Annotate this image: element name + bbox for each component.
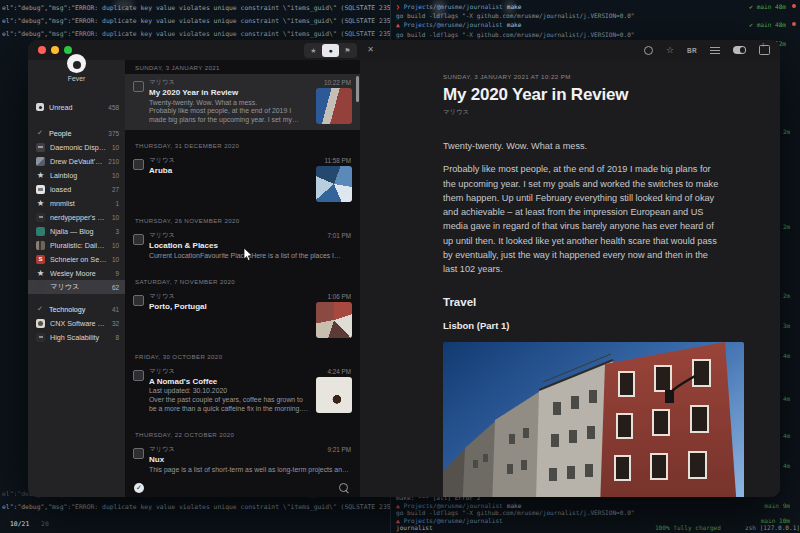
- desktop: el":"debug","msg":"ERROR: duplicate key …: [0, 0, 800, 533]
- prompt-icon: ▲: [396, 20, 400, 29]
- terminal-log-line: el":"debug","msg":"ERROR: duplicate key …: [2, 501, 390, 514]
- window-body: Fever Unread 458 ✓ People 375: [28, 60, 780, 497]
- article-row-my-2020-year-in-review[interactable]: マリウス My 2020 Year in Review Twenty-twent…: [125, 74, 360, 130]
- star-favicon-icon: ★: [36, 171, 45, 180]
- starred-filter-button[interactable]: ★: [305, 44, 322, 57]
- feed-favicon: [36, 227, 45, 236]
- thumbnail-porto: [316, 302, 352, 338]
- read-checkbox[interactable]: [133, 234, 144, 245]
- app-name: Fever: [28, 75, 125, 82]
- sidebar-item-loased[interactable]: loased 27: [28, 182, 125, 196]
- read-checkbox[interactable]: [133, 81, 144, 92]
- sidebar-item-unread[interactable]: Unread 458: [28, 100, 125, 114]
- sidebar: Fever Unread 458 ✓ People 375: [28, 60, 125, 497]
- read-checkbox[interactable]: [133, 159, 144, 170]
- read-checkbox[interactable]: [133, 370, 144, 381]
- sidebar-item-pluralistic[interactable]: Pluralistic: Daily links… 10: [28, 238, 125, 252]
- filter-segmented-control: ★ ● ⚑: [304, 43, 357, 58]
- sidebar-item-drew-devaults-blog[interactable]: Drew DeVault's blog 210: [28, 154, 125, 168]
- sidebar-section-people[interactable]: ✓ People 375: [28, 126, 125, 140]
- fever-logo-icon: [67, 54, 86, 73]
- terminal-log-top: el":"debug","msg":"ERROR: duplicate key …: [2, 2, 390, 41]
- date-header: THURSDAY, 22 OCTOBER 2020: [135, 431, 352, 438]
- article-subheading-lisbon: Lisbon (Part 1): [443, 320, 744, 331]
- section-mark-icon: ✓: [36, 129, 44, 138]
- sidebar-item-njalla-blog[interactable]: Njalla — Blog 3: [28, 224, 125, 238]
- terminal-output-line: go build -ldflags "-X github.com/mrusme/…: [396, 30, 796, 39]
- sidebar-item-mnmlist[interactable]: ★ mnmlist 1: [28, 196, 125, 210]
- thumbnail-lisbon: [316, 88, 352, 124]
- light-smear: [115, 0, 133, 8]
- share-icon[interactable]: ↑: [759, 45, 770, 55]
- unread-icon: [36, 103, 44, 111]
- terminal-cmd-line: ▲ Projects/@mrusme/journalist make main …: [396, 502, 800, 510]
- unread-filter-button[interactable]: ●: [322, 44, 339, 57]
- zoom-traffic-light[interactable]: [64, 46, 72, 54]
- star-favicon-icon: ★: [36, 199, 45, 208]
- battery-status: 100% fully charged: [655, 524, 731, 532]
- dot-icon: ●: [328, 47, 332, 54]
- terminal-running-line: journalist 100% fully charged zsh [127.0…: [396, 524, 800, 532]
- sidebar-item-wesley-moore[interactable]: ★ Wesley Moore 9: [28, 266, 125, 280]
- prompt-icon: ▲: [396, 502, 400, 510]
- sidebar-item-lainblog[interactable]: ★ Lainblog 10: [28, 168, 125, 182]
- prompt-icon: ▲: [396, 517, 400, 525]
- article-photo-lisbon: [443, 342, 744, 497]
- sidebar-item-high-scalability[interactable]: High Scalability 8: [28, 330, 125, 344]
- mark-all-read-icon[interactable]: ✓: [134, 483, 144, 493]
- feed-favicon: [36, 241, 45, 250]
- tmux-window-index: 10/21: [10, 520, 29, 528]
- thumbnail-aruba: [316, 166, 352, 202]
- sidebar-section-technology[interactable]: ✓ Technology 41: [28, 302, 125, 316]
- section-mark-icon: ✓: [36, 305, 44, 314]
- close-icon: ✕: [367, 45, 374, 54]
- reading-pane: SUNDAY, 3 JANUARY 2021 AT 10:22 PM My 20…: [360, 60, 780, 497]
- window-titlebar: ★ ● ⚑ ✕ ☆ BR ↑: [28, 40, 780, 60]
- sidebar-item-schneier-on-security[interactable]: S Schneier on Security 10: [28, 252, 125, 266]
- theme-toggle-icon[interactable]: [733, 46, 746, 54]
- article-row-a-nomads-coffee[interactable]: マリウス A Nomad's Coffee Last updated: 30.1…: [125, 363, 360, 419]
- read-checkbox[interactable]: [133, 295, 144, 306]
- search-icon[interactable]: [339, 483, 348, 492]
- list-scrollbar[interactable]: [356, 76, 359, 102]
- open-in-browser-icon[interactable]: BR: [687, 47, 697, 54]
- date-header: FRIDAY, 30 OCTOBER 2020: [135, 353, 352, 360]
- date-header: THURSDAY, 26 NOVEMBER 2020: [135, 217, 352, 224]
- star-favicon-icon: ★: [36, 269, 45, 278]
- terminal-cmd-line: ▲ Projects/@mrusme/journalist make ✔ mai…: [396, 20, 796, 29]
- terminal-output-line: go build -ldflags "-X github.com/mrusme/…: [396, 11, 796, 20]
- article-row-aruba[interactable]: マリウス Aruba 11:58 PM: [125, 152, 360, 205]
- terminal-build-pane-bottom: make: *** [all] Error 2 ▲ Projects/@mrus…: [396, 494, 800, 532]
- feed-favicon: [36, 319, 45, 328]
- sidebar-item-cnx-software[interactable]: CNX Software – Emb… 32: [28, 316, 125, 330]
- article-dateline: SUNDAY, 3 JANUARY 2021 AT 10:22 PM: [443, 73, 744, 80]
- terminal-red-dot: [792, 22, 796, 26]
- article-row-porto-portugal[interactable]: マリウス Porto, Portugal 1:06 PM: [125, 288, 360, 341]
- mouse-cursor: [243, 248, 253, 266]
- article-author: マリウス: [443, 108, 744, 117]
- flag-icon: ⚑: [344, 47, 350, 55]
- text-settings-icon[interactable]: [710, 47, 720, 54]
- close-traffic-light[interactable]: [38, 46, 46, 54]
- sidebar-item-daemonic-dispatches[interactable]: Daemonic Dispatches 10: [28, 140, 125, 154]
- flagged-filter-button[interactable]: ⚑: [339, 44, 356, 57]
- article-paragraph: Probably like most people, at the end of…: [443, 162, 723, 276]
- refresh-icon[interactable]: [644, 46, 653, 55]
- star-article-icon[interactable]: ☆: [666, 46, 674, 55]
- terminal-log-line: el":"debug","msg":"ERROR: duplicate key …: [2, 15, 390, 28]
- feed-favicon: [36, 185, 45, 194]
- feed-favicon: [36, 157, 45, 166]
- article-row-nux[interactable]: マリウス Nux This page is a list of short-te…: [125, 441, 360, 479]
- minimize-traffic-light[interactable]: [51, 46, 59, 54]
- sidebar-item-marius[interactable]: マリウス 62: [28, 280, 125, 294]
- feed-favicon: [36, 333, 45, 342]
- prompt-icon: ❯: [396, 2, 400, 11]
- terminal-output-line: go build -ldflags "-X github.com/mrusme/…: [396, 509, 800, 517]
- feed-favicon: [36, 143, 45, 152]
- terminal-cmd-line: ❯ Projects/@mrusme/journalist make ✔ mai…: [396, 2, 796, 11]
- read-checkbox[interactable]: [133, 448, 144, 459]
- sidebar-item-nerdypeppers-ublog[interactable]: nerdypepper's µblog 10: [28, 210, 125, 224]
- light-smear: [433, 0, 445, 18]
- feed-favicon: [36, 283, 45, 292]
- close-filter-button[interactable]: ✕: [364, 43, 377, 56]
